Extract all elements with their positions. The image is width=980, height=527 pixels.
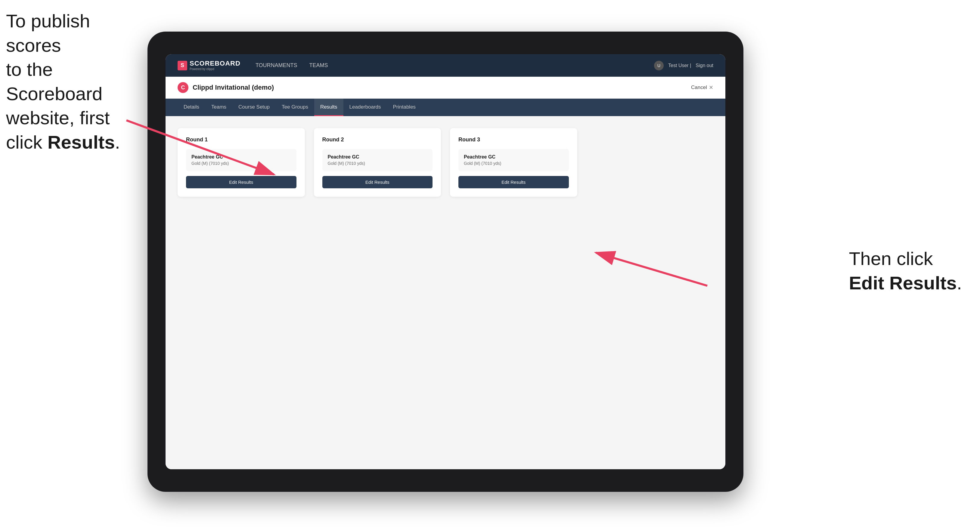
round-3-card: Round 3 Peachtree GC Gold (M) (7010 yds)… xyxy=(450,128,577,197)
round-3-course-name: Peachtree GC xyxy=(464,154,563,160)
round-3-course-card: Peachtree GC Gold (M) (7010 yds) xyxy=(458,149,569,171)
round-1-course-details: Gold (M) (7010 yds) xyxy=(191,161,291,166)
tablet-device: S SCOREBOARD Powered by clippd TOURNAMEN… xyxy=(148,32,743,492)
instruction-line4: click xyxy=(6,132,48,152)
main-content: Round 1 Peachtree GC Gold (M) (7010 yds)… xyxy=(165,116,725,469)
user-avatar: U xyxy=(654,61,663,70)
tournament-icon: C xyxy=(178,82,188,93)
edit-results-btn-round1[interactable]: Edit Results xyxy=(186,176,296,188)
logo-area: S SCOREBOARD Powered by clippd xyxy=(178,60,240,71)
nav-teams[interactable]: TEAMS xyxy=(309,61,328,70)
instruction-right-punct: . xyxy=(957,273,962,293)
round-2-course-card: Peachtree GC Gold (M) (7010 yds) xyxy=(322,149,433,171)
logo-icon: S xyxy=(178,61,187,70)
tablet-screen: S SCOREBOARD Powered by clippd TOURNAMEN… xyxy=(165,54,725,469)
nav-bar: S SCOREBOARD Powered by clippd TOURNAMEN… xyxy=(165,54,725,77)
tab-teams[interactable]: Teams xyxy=(205,98,232,116)
cancel-x-icon: ✕ xyxy=(709,84,713,91)
round-2-course-details: Gold (M) (7010 yds) xyxy=(328,161,427,166)
round-2-title: Round 2 xyxy=(322,137,433,143)
instruction-line1: To publish scores xyxy=(6,11,90,56)
tournament-title: Clippd Invitational (demo) xyxy=(192,84,274,91)
round-1-course-card: Peachtree GC Gold (M) (7010 yds) xyxy=(186,149,296,171)
round-3-title: Round 3 xyxy=(458,137,569,143)
nav-links: TOURNAMENTS TEAMS xyxy=(256,61,654,70)
tab-details[interactable]: Details xyxy=(178,98,205,116)
round-4-card-empty xyxy=(586,128,714,197)
signout-link[interactable]: Sign out xyxy=(695,63,713,68)
instruction-left: To publish scores to the Scoreboard webs… xyxy=(6,9,138,155)
instruction-right-line1: Then click xyxy=(849,248,933,269)
page-wrapper: To publish scores to the Scoreboard webs… xyxy=(0,0,980,527)
cancel-label: Cancel xyxy=(691,84,707,90)
tab-course-setup[interactable]: Course Setup xyxy=(232,98,276,116)
tab-tee-groups[interactable]: Tee Groups xyxy=(276,98,314,116)
instruction-bold-edit: Edit Results xyxy=(849,273,956,293)
round-2-card: Round 2 Peachtree GC Gold (M) (7010 yds)… xyxy=(314,128,441,197)
tab-printables[interactable]: Printables xyxy=(387,98,422,116)
round-1-card: Round 1 Peachtree GC Gold (M) (7010 yds)… xyxy=(178,128,305,197)
round-2-course-name: Peachtree GC xyxy=(328,154,427,160)
tab-results[interactable]: Results xyxy=(314,98,344,116)
instruction-punct: . xyxy=(115,132,120,152)
tournament-title-area: C Clippd Invitational (demo) xyxy=(178,82,274,93)
edit-results-btn-round3[interactable]: Edit Results xyxy=(458,176,569,188)
logo-text-area: SCOREBOARD Powered by clippd xyxy=(189,60,240,71)
nav-tournaments[interactable]: TOURNAMENTS xyxy=(256,61,298,70)
instruction-bold-results: Results xyxy=(48,132,115,152)
logo-text: SCOREBOARD xyxy=(189,60,240,67)
tournament-header: C Clippd Invitational (demo) Cancel ✕ xyxy=(165,77,725,98)
tab-leaderboards[interactable]: Leaderboards xyxy=(344,98,387,116)
tab-bar: Details Teams Course Setup Tee Groups Re… xyxy=(165,98,725,116)
instruction-line2: to the Scoreboard xyxy=(6,59,103,104)
tournament-icon-letter: C xyxy=(181,84,185,91)
cancel-button[interactable]: Cancel ✕ xyxy=(691,84,713,91)
nav-right: U Test User | Sign out xyxy=(654,61,713,70)
round-1-course-name: Peachtree GC xyxy=(191,154,291,160)
instruction-right: Then click Edit Results. xyxy=(849,247,962,295)
round-3-course-details: Gold (M) (7010 yds) xyxy=(464,161,563,166)
instruction-line3: website, first xyxy=(6,107,110,128)
user-label: Test User | xyxy=(668,63,691,68)
round-1-title: Round 1 xyxy=(186,137,296,143)
rounds-grid: Round 1 Peachtree GC Gold (M) (7010 yds)… xyxy=(178,128,713,197)
logo-sub: Powered by clippd xyxy=(189,67,240,71)
edit-results-btn-round2[interactable]: Edit Results xyxy=(322,176,433,188)
